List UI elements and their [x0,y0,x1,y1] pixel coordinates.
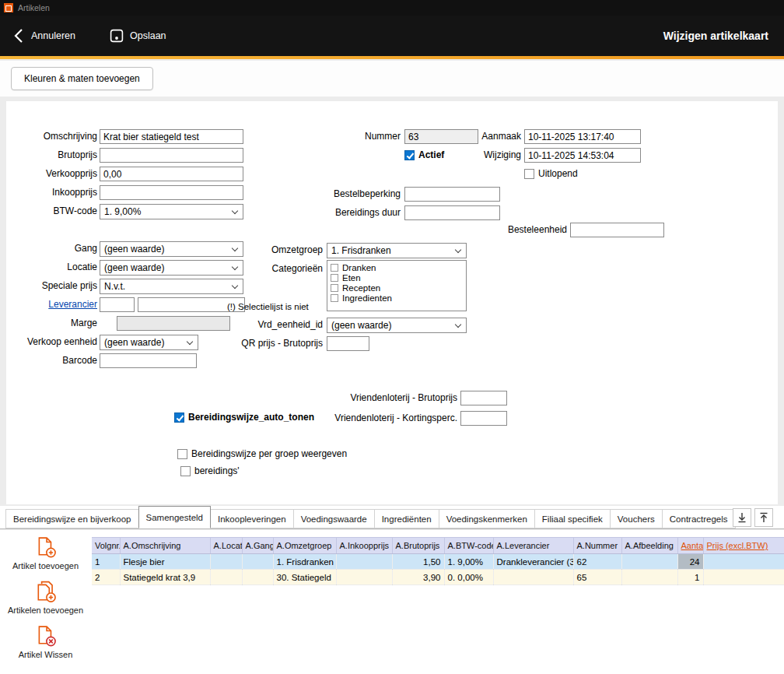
cell-leverancier[interactable]: Drankleverancier (3) [493,554,573,570]
col-brutoprijs[interactable]: A.Brutoprijs [392,538,444,554]
table-row[interactable]: 1 Flesje bier 1. Frisdranken 1,50 1. 9,0… [92,554,784,570]
col-afbeelding[interactable]: A.Afbeelding [621,538,677,554]
artikel-wissen-button[interactable]: Artikel Wissen [2,625,89,659]
col-gang[interactable]: A.Gang [242,538,273,554]
cell-omzetgroep[interactable]: 30. Statiegeld [273,570,336,585]
categorie-item-eten[interactable]: Eten [327,272,466,283]
speciale-prijs-value: N.v.t. [104,281,125,292]
samengesteld-panel: Artikel toevoegen Artikelen toevoegen [0,530,784,674]
besteleenheid-input[interactable] [570,223,664,237]
categorieen-listbox[interactable]: Dranken Eten Recepten Ingredienten [327,260,467,311]
cell-brutoprijs[interactable]: 1,50 [392,554,444,570]
cell-prijs[interactable] [703,570,784,585]
uitlopend-checkbox[interactable] [524,169,534,179]
omzetgroep-select[interactable]: 1. Frisdranken [327,243,467,258]
col-nummer[interactable]: A.Nummer [573,538,621,554]
categorie-item-recepten[interactable]: Recepten [327,283,466,293]
cancel-button[interactable]: Annuleren [12,27,75,44]
bereidingswijze-per-groep-checkbox[interactable] [177,449,187,459]
cell-omschrijving[interactable]: Flesje bier [120,554,210,570]
cell-brutoprijs[interactable]: 3,90 [392,570,444,585]
col-locatie[interactable]: A.Locatie [210,538,242,554]
tab-samengesteld[interactable]: Samengesteld [138,506,212,528]
cell-aantal[interactable]: 24 [677,554,703,570]
cell-nummer[interactable]: 62 [573,554,621,570]
cell-locatie[interactable] [210,554,242,570]
artikelen-toevoegen-button[interactable]: Artikelen toevoegen [2,581,89,615]
cell-gang[interactable] [242,570,273,585]
verkoopprijs-input[interactable] [100,167,243,181]
qr-prijs-input[interactable] [327,336,369,351]
aanmaak-input[interactable] [524,129,641,144]
tab-filiaal-specifiek[interactable]: Filiaal specifiek [534,509,611,528]
omschrijving-input[interactable] [100,129,243,144]
col-prijs-excl-btw[interactable]: Prijs (excl.BTW) [703,538,784,554]
scroll-to-bottom-button[interactable] [733,508,751,527]
tab-voedingswaarde[interactable]: Voedingswaarde [293,509,375,528]
categorie-item-ingredienten[interactable]: Ingredienten [327,293,466,303]
tab-bereidingswijze-en-bijverkoop[interactable]: Bereidingswijze en bijverkoop [5,509,139,528]
tab-ingredienten[interactable]: Ingrediënten [374,509,439,528]
bereidingswijze-auto-tonen-checkbox[interactable] [174,412,184,423]
verkoop-eenheid-select[interactable]: (geen waarde) [100,335,198,350]
cell-afbeelding[interactable] [621,554,677,570]
uitlopend-checkbox-row: Uitlopend [524,168,578,179]
cell-prijs[interactable] [703,554,784,570]
gang-select[interactable]: (geen waarde) [100,241,243,257]
artikel-toevoegen-button[interactable]: Artikel toevoegen [2,536,89,570]
cell-aantal[interactable]: 1 [677,570,703,585]
col-omschrijving[interactable]: A.Omschrijving [120,538,210,554]
wijziging-input[interactable] [524,148,641,163]
barcode-input[interactable] [100,353,197,368]
save-button[interactable]: Opslaan [110,29,166,43]
tab-vouchers[interactable]: Vouchers [610,509,663,528]
vriendenloterij-kortingsperc-input[interactable] [460,411,507,426]
cell-gang[interactable] [242,554,273,570]
document-delete-icon [35,625,57,647]
tab-inkoopleveringen[interactable]: Inkoopleveringen [210,509,294,528]
btw-code-select[interactable]: 1. 9,00% [100,204,243,219]
cell-btw-code[interactable]: 0. 0,00% [444,570,493,585]
bereidings-partial-checkbox[interactable] [180,466,191,476]
col-aantal[interactable]: Aantal [677,538,703,554]
leverancier-code-input[interactable] [100,297,135,312]
col-inkoopprijs[interactable]: A.Inkoopprijs [336,538,392,554]
vrd-eenheid-select[interactable]: (geen waarde) [327,318,467,333]
cell-omschrijving[interactable]: Statiegeld krat 3,9 [120,570,210,585]
scroll-to-top-button[interactable] [754,508,773,527]
locatie-select[interactable]: (geen waarde) [100,260,243,276]
cell-btw-code[interactable]: 1. 9,00% [444,554,493,570]
dranken-checkbox[interactable] [331,264,338,272]
aanmaak-label: Aanmaak [443,131,521,142]
kleuren-maten-button[interactable]: Kleuren & maten toevoegen [11,67,153,90]
table-row[interactable]: 2 Statiegeld krat 3,9 30. Statiegeld 3,9… [92,570,784,585]
cell-volgnr[interactable]: 2 [92,570,120,585]
cell-afbeelding[interactable] [621,570,677,585]
col-leverancier[interactable]: A.Leverancier [493,538,573,554]
tab-voedingskenmerken[interactable]: Voedingskenmerken [439,509,535,528]
cell-inkoopprijs[interactable] [336,570,392,585]
cell-omzetgroep[interactable]: 1. Frisdranken [273,554,336,570]
besteleenheid-label: Besteleenheid [481,224,567,235]
speciale-prijs-select[interactable]: N.v.t. [100,279,243,294]
categorie-item-dranken[interactable]: Dranken [327,262,466,272]
recepten-checkbox[interactable] [331,284,338,292]
col-omzetgroep[interactable]: A.Omzetgroep [273,538,336,554]
cell-nummer[interactable]: 65 [573,570,621,585]
tab-contractregels[interactable]: Contractregels [662,509,736,528]
inkoopprijs-input[interactable] [100,185,243,200]
brutoprijs-input[interactable] [100,148,243,163]
cell-leverancier[interactable] [493,570,573,585]
bestelbeperking-input[interactable] [404,187,500,202]
actief-checkbox[interactable] [404,150,415,160]
col-btw-code[interactable]: A.BTW-code [444,538,493,554]
col-volgnr[interactable]: Volgnr. [92,538,120,554]
bereidings-duur-input[interactable] [404,205,500,220]
vriendenloterij-brutoprijs-input[interactable] [460,391,507,405]
cell-volgnr[interactable]: 1 [92,554,120,570]
cell-locatie[interactable] [210,570,242,585]
ingredienten-checkbox[interactable] [331,294,338,302]
leverancier-link[interactable]: Leverancier [12,299,97,310]
eten-checkbox[interactable] [331,274,338,282]
cell-inkoopprijs[interactable] [336,554,392,570]
